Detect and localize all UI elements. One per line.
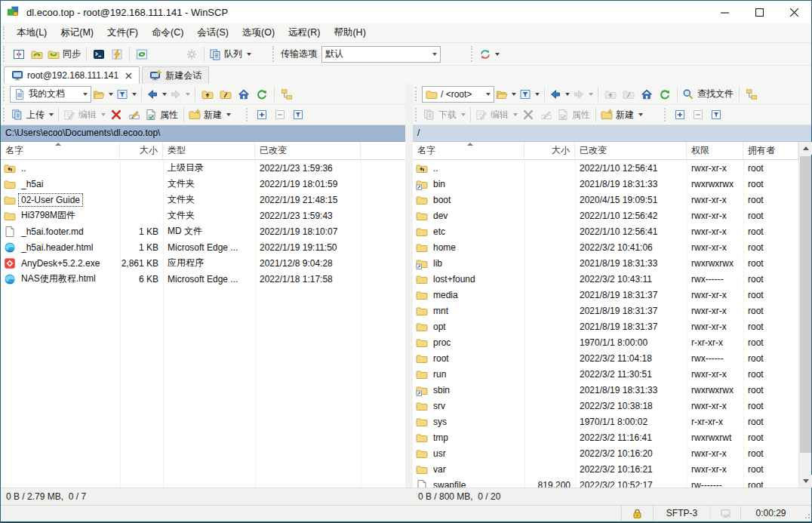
local-edit-button[interactable]: 编辑 [62,106,107,124]
transfer-settings-button[interactable] [478,45,501,63]
column-header[interactable]: 已改变 [575,142,687,159]
console-segment[interactable] [710,506,740,521]
keep-remote-up-to-date-button[interactable]: 同步 [46,45,83,63]
file-row[interactable]: media2021/8/19 18:31:37rwxr-xr-xroot [413,287,811,303]
remote-parent-directory-button[interactable] [601,85,620,103]
menu-item[interactable]: 帮助(H) [327,23,372,42]
remote-edit-button[interactable]: 编辑 [474,106,519,124]
local-properties-button[interactable]: 属性 [143,106,180,124]
queue-button[interactable]: 队列 [208,45,253,63]
nav-gripper[interactable] [3,87,7,101]
file-row[interactable]: tmp2022/3/2 11:16:41rwxrwxrwtroot [413,429,811,445]
file-row[interactable]: proc1970/1/1 8:00:00r-xr-xr-xroot [413,334,811,350]
local-open-directory-tree-button[interactable] [278,85,296,103]
download-button[interactable]: 下载 [422,106,467,124]
local-home-button[interactable] [235,85,253,103]
column-header[interactable]: 大小 [524,142,575,159]
find-files-button[interactable]: 查找文件 [681,85,736,103]
column-header[interactable]: 类型 [163,142,255,159]
select-gripper[interactable] [246,108,250,122]
remote-open-directory-button[interactable] [494,85,518,103]
local-refresh-button[interactable] [253,85,271,103]
file-row[interactable]: etc2022/1/10 12:56:41rwxr-xr-xroot [413,223,811,239]
file-row[interactable]: usr2022/3/2 10:16:20rwxr-xr-xroot [413,445,811,461]
select-gripper[interactable] [664,108,668,122]
refresh-session-button[interactable] [133,45,151,63]
menu-item[interactable]: 文件(F) [100,23,145,42]
remote-back-button[interactable] [548,85,571,103]
file-row[interactable]: _h5ai文件夹2022/1/19 18:01:59 [1,176,405,192]
minimize-button[interactable] [707,1,742,23]
remote-select-button[interactable] [671,106,689,124]
local-filter-button[interactable] [115,85,138,103]
action-gripper[interactable] [415,108,419,122]
file-row[interactable]: run2022/3/2 11:30:51rwxr-xr-xroot [413,366,811,382]
remote-select-filter-button[interactable] [707,106,725,124]
remote-rename-button[interactable] [537,106,555,124]
local-select-filter-button[interactable] [289,106,307,124]
file-row[interactable]: bin2021/8/19 18:31:33rwxrwxrwxroot [413,176,811,192]
menu-gripper[interactable] [3,26,7,40]
column-header[interactable]: 拥有者 [743,142,798,159]
file-row[interactable]: boot2020/4/15 19:09:51rwxr-xr-xroot [413,192,811,208]
file-row[interactable]: ..2022/1/10 12:56:41rwxr-xr-xroot [413,160,811,176]
commander-layout-button[interactable] [10,45,28,63]
menu-item[interactable]: 远程(R) [281,23,327,42]
action-gripper[interactable] [3,108,7,122]
maximize-button[interactable] [742,1,777,23]
open-console-button[interactable] [90,45,108,63]
menu-item[interactable]: 本地(L) [10,23,54,42]
remote-properties-button[interactable]: 属性 [555,106,592,124]
protocol-segment[interactable]: SFTP-3 [653,506,710,521]
menu-item[interactable]: 命令(C) [145,23,190,42]
menu-item[interactable]: 选项(O) [235,23,281,42]
transfer-preset-combobox[interactable]: 默认 [321,46,441,63]
file-row[interactable]: swapfile819,2002022/3/2 10:52:17rw------… [413,477,811,488]
local-unselect-button[interactable] [271,106,289,124]
local-path-bar[interactable]: C:\Users\ecoo\Documents\dl.ecoo.top\ [1,125,405,142]
file-row[interactable]: lib2021/8/19 18:31:33rwxrwxrwxroot [413,255,811,271]
local-open-directory-button[interactable] [91,85,115,103]
remote-root-directory-button[interactable] [620,85,638,103]
upload-button[interactable]: 上传 [10,106,55,124]
local-rename-button[interactable] [125,106,143,124]
panel-splitter[interactable] [405,84,413,488]
remote-refresh-button[interactable] [656,85,674,103]
remote-open-directory-tree-button[interactable] [743,85,761,103]
run-command-button[interactable] [108,45,126,63]
remote-unselect-button[interactable] [689,106,707,124]
file-row[interactable]: Hi3798M固件文件夹2022/1/23 1:59:43 [1,208,405,223]
file-row[interactable]: sys1970/1/1 8:00:02r-xr-xr-xroot [413,414,811,429]
column-header[interactable]: 已改变 [255,142,361,159]
local-forward-button[interactable] [168,85,192,103]
scrollbar-thumb[interactable] [800,156,811,453]
close-button[interactable] [777,1,811,23]
tab-new-session[interactable]: 新建会话 [142,66,209,84]
file-row[interactable]: mnt2021/8/19 18:31:37rwxr-xr-xroot [413,303,811,318]
file-row[interactable]: home2022/3/2 10:41:06rwxr-xr-xroot [413,239,811,255]
remote-new-button[interactable]: 新建 [599,106,644,124]
column-header[interactable]: 大小 [120,142,163,159]
tab-session-active[interactable]: root@192.168.111.141 [4,66,140,84]
remote-delete-button[interactable] [519,106,537,124]
local-new-button[interactable]: 新建 [187,106,232,124]
local-select-button[interactable] [253,106,271,124]
file-row[interactable]: NAS使用教程.html6 KBMicrosoft Edge ...2022/1… [1,271,405,287]
column-header[interactable]: 权限 [687,142,743,159]
remote-scrollbar[interactable] [798,142,811,488]
file-row[interactable]: opt2021/8/19 18:31:37rwxr-xr-xroot [413,318,811,334]
scroll-up-icon[interactable] [799,142,812,155]
local-drive-combobox[interactable]: 我的文档 [10,86,91,103]
remote-filter-button[interactable] [518,85,541,103]
nav-gripper[interactable] [415,87,419,101]
file-row[interactable]: srv2022/3/2 10:38:18rwxr-xr-xroot [413,398,811,414]
column-header[interactable]: 名字 [1,142,120,159]
local-root-directory-button[interactable] [217,85,235,103]
file-row[interactable]: ..上级目录2022/1/23 1:59:36 [1,160,405,176]
file-row[interactable]: root2022/3/2 11:04:18rwx------root [413,350,811,366]
preferences-button[interactable] [183,45,201,63]
sync-gripper[interactable] [471,46,475,61]
local-parent-directory-button[interactable] [198,85,217,103]
transfer-gripper[interactable] [272,46,276,61]
file-row[interactable]: AnyDesk+5.2.2.exe2,861 KB应用程序2021/12/8 9… [1,255,405,271]
